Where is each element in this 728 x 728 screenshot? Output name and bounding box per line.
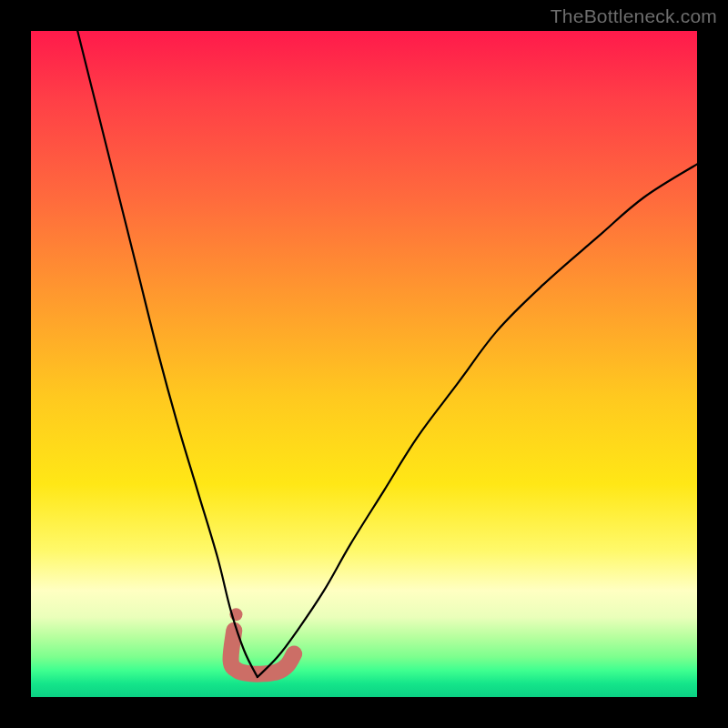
chart-svg — [31, 31, 697, 697]
valley-blob — [229, 608, 294, 674]
chart-plot-area — [31, 31, 697, 697]
chart-frame: TheBottleneck.com — [0, 0, 728, 728]
curve-line — [77, 31, 697, 677]
watermark-label: TheBottleneck.com — [551, 5, 717, 27]
